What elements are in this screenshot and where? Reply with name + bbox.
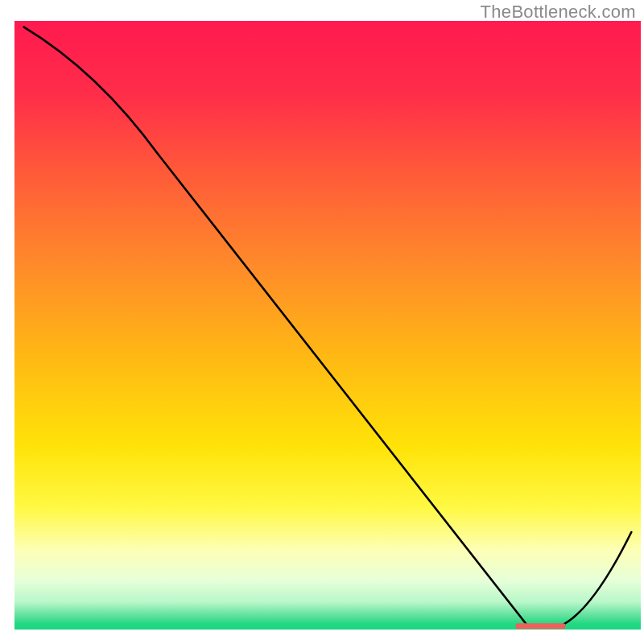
optimal-range-marker [515, 623, 565, 629]
chart-container: TheBottleneck.com [0, 0, 644, 644]
heatmap-background [14, 21, 641, 630]
bottleneck-chart [0, 0, 644, 644]
